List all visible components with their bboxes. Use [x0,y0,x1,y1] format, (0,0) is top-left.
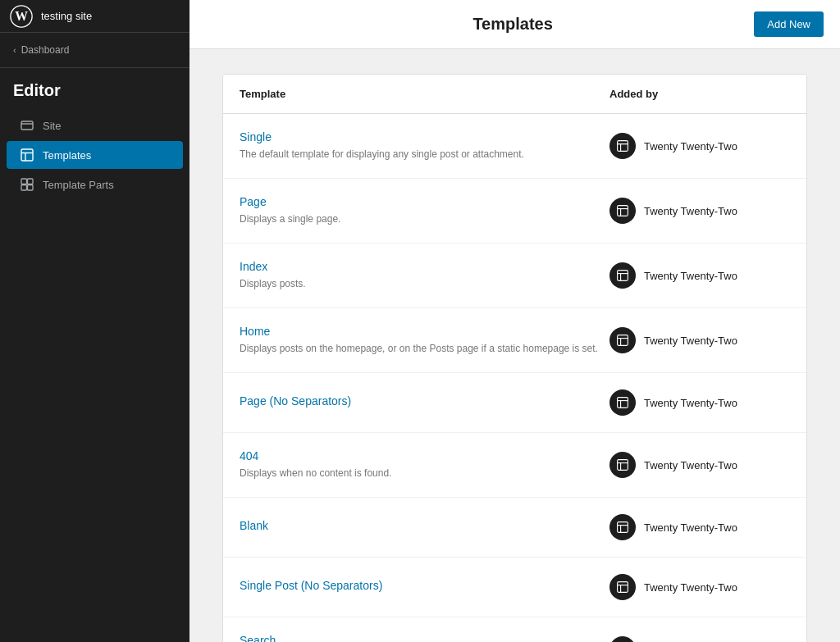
nav-items: Site Templates [0,110,189,200]
template-info: 404 Displays when no content is found. [240,449,609,480]
table-row[interactable]: Page (No Separators) Twenty Twenty-Two [223,373,806,433]
author-theme-icon [609,327,636,353]
author-name: Twenty Twenty-Two [644,140,737,153]
template-name[interactable]: Page [240,195,609,208]
svg-rect-14 [618,206,628,216]
sidebar-item-site-label: Site [43,120,61,132]
template-name[interactable]: Home [240,325,609,338]
table-row[interactable]: Blank Twenty Twenty-Two [223,498,806,558]
author-theme-icon [609,262,636,289]
sidebar-item-template-parts[interactable]: Template Parts [7,171,183,198]
svg-rect-2 [21,121,33,130]
site-icon [20,118,34,133]
svg-rect-20 [618,335,628,346]
author-theme-icon [609,198,636,224]
template-parts-icon [20,177,34,192]
svg-rect-7 [21,179,27,184]
content-area: Template Added by Single The default tem… [189,49,840,642]
template-name[interactable]: Single [240,130,609,143]
sidebar: W testing site ‹ Dashboard Editor Site [0,0,189,642]
table-row[interactable]: Single Post (No Separators) Twenty Twent… [223,558,806,617]
svg-rect-10 [28,185,34,191]
table-header: Template Added by [223,75,806,114]
sidebar-item-template-parts-label: Template Parts [43,179,114,191]
page-title: Templates [472,15,552,33]
svg-rect-9 [21,185,27,191]
template-author: Twenty Twenty-Two [609,133,790,159]
template-info: Page Displays a single page. [240,195,609,226]
template-info: Search Displays search results. [240,634,609,642]
svg-rect-17 [618,271,628,281]
svg-rect-26 [618,460,628,471]
author-name: Twenty Twenty-Two [644,581,737,594]
template-info: Single The default template for displayi… [240,130,609,162]
sidebar-item-templates-label: Templates [43,149,91,162]
table-row[interactable]: Search Displays search results. Twenty T… [223,617,806,642]
template-author: Twenty Twenty-Two [609,574,790,600]
template-author: Twenty Twenty-Two [609,389,790,416]
template-name[interactable]: 404 [240,449,609,462]
editor-label: Editor [0,68,189,110]
template-info: Page (No Separators) [240,394,609,411]
template-name[interactable]: Page (No Separators) [240,394,609,408]
template-desc: Displays posts on the homepage, or on th… [240,341,609,356]
add-new-button[interactable]: Add New [754,11,824,37]
author-theme-icon [609,133,636,159]
back-label: Dashboard [21,44,70,56]
top-bar: Templates Add New [189,0,840,49]
template-name[interactable]: Single Post (No Separators) [240,579,609,592]
author-name: Twenty Twenty-Two [644,459,737,471]
author-name: Twenty Twenty-Two [644,270,737,282]
template-author: Twenty Twenty-Two [609,198,790,224]
wp-logo-icon: W [10,5,33,28]
main-content: Templates Add New Template Added by Sing… [189,0,840,642]
sidebar-item-templates[interactable]: Templates [7,141,183,169]
author-name: Twenty Twenty-Two [644,335,737,347]
author-name: Twenty Twenty-Two [644,397,737,409]
template-author: Twenty Twenty-Two [609,452,790,478]
table-row[interactable]: Index Displays posts. Twenty Twenty-Two [223,244,806,308]
template-info: Index Displays posts. [240,260,609,291]
svg-rect-29 [618,522,628,533]
template-rows: Single The default template for displayi… [223,114,806,642]
template-name[interactable]: Search [240,634,609,642]
site-name: testing site [41,10,92,22]
template-info: Single Post (No Separators) [240,579,609,595]
svg-rect-23 [618,398,628,408]
author-theme-icon [609,636,636,642]
sidebar-header: W testing site [0,0,189,33]
template-author: Twenty Twenty-Two [609,636,790,642]
table-row[interactable]: 404 Displays when no content is found. T… [223,433,806,498]
page-title-area: Templates [272,15,754,34]
svg-text:W: W [15,9,28,23]
author-theme-icon [609,514,636,540]
author-name: Twenty Twenty-Two [644,205,737,217]
template-info: Home Displays posts on the homepage, or … [240,325,609,356]
back-arrow-icon: ‹ [13,45,16,55]
template-desc: The default template for displaying any … [240,147,609,162]
table-row[interactable]: Single The default template for displayi… [223,114,806,179]
template-desc: Displays when no content is found. [240,466,609,480]
col-added-header: Added by [609,88,790,100]
author-theme-icon [609,452,636,478]
author-theme-icon [609,574,636,600]
template-author: Twenty Twenty-Two [609,514,790,540]
template-desc: Displays posts. [240,276,609,291]
template-desc: Displays a single page. [240,212,609,226]
table-row[interactable]: Page Displays a single page. Twenty Twen… [223,179,806,244]
svg-rect-8 [28,179,34,184]
template-info: Blank [240,519,609,535]
sidebar-item-site[interactable]: Site [7,112,183,139]
svg-rect-11 [618,141,628,152]
back-to-dashboard-link[interactable]: ‹ Dashboard [0,33,189,68]
template-name[interactable]: Index [240,260,609,273]
template-author: Twenty Twenty-Two [609,262,790,289]
templates-icon [20,148,34,162]
table-row[interactable]: Home Displays posts on the homepage, or … [223,308,806,373]
author-name: Twenty Twenty-Two [644,521,737,534]
author-theme-icon [609,389,636,416]
svg-rect-4 [21,149,33,161]
template-name[interactable]: Blank [240,519,609,532]
template-author: Twenty Twenty-Two [609,327,790,353]
svg-rect-32 [618,582,628,593]
